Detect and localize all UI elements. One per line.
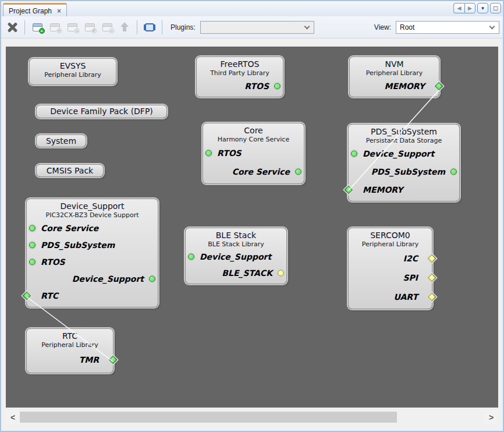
node-system[interactable]: System bbox=[36, 134, 86, 147]
import-component-icon: → bbox=[68, 23, 77, 31]
zoom-to-fit-icon bbox=[145, 23, 154, 31]
verify-component-icon: ✓ bbox=[85, 23, 95, 31]
node-rtc[interactable]: RTCPeripheral LibraryTMR bbox=[26, 328, 113, 373]
pin-row: UART bbox=[353, 290, 427, 304]
toolbar-separator bbox=[137, 20, 137, 34]
pin-pds-subsystem-circle-icon[interactable] bbox=[450, 168, 457, 175]
tab-title: Project Graph bbox=[9, 7, 52, 15]
node-subtitle: PIC32CX-BZ3 Device Support bbox=[31, 211, 153, 219]
node-ble-stack[interactable]: BLE StackBLE Stack LibraryDevice_Support… bbox=[185, 228, 287, 284]
export-component-button[interactable]: ← bbox=[100, 20, 115, 35]
pin-core-service-circle-icon[interactable] bbox=[29, 225, 36, 231]
pin-row: RTOS bbox=[31, 255, 153, 269]
pin-rtos-circle-icon[interactable] bbox=[274, 83, 281, 89]
node-pds-subsystem[interactable]: PDS_SubSystemPersistant Data StorageDevi… bbox=[348, 124, 460, 201]
node-nvm[interactable]: NVMPeripheral LibraryMEMORY bbox=[349, 56, 439, 97]
scrollbar-track[interactable] bbox=[20, 410, 484, 424]
plugins-label: Plugins: bbox=[171, 23, 196, 31]
toolbar-separator bbox=[24, 20, 25, 34]
move-up-icon bbox=[120, 22, 129, 32]
chevron-down-icon bbox=[489, 23, 495, 29]
node-title: FreeRTOS bbox=[201, 59, 278, 69]
pin-device-support-circle-icon[interactable] bbox=[149, 276, 155, 282]
view-dropdown[interactable]: Root bbox=[396, 21, 499, 34]
tab-project-graph[interactable]: Project Graph × bbox=[3, 3, 67, 16]
pin-core-service-circle-icon[interactable] bbox=[295, 169, 301, 175]
node-pins: RTOS bbox=[201, 77, 278, 94]
export-component-badge-icon: ← bbox=[109, 28, 115, 34]
node-pins: MEMORY bbox=[354, 77, 434, 94]
node-title: Device Family Pack (DFP) bbox=[50, 107, 153, 116]
pin-memory-diamond-icon[interactable] bbox=[345, 186, 353, 194]
scroll-right-button[interactable]: > bbox=[484, 410, 498, 424]
node-subtitle: Peripheral Library bbox=[354, 69, 434, 77]
import-component-button[interactable]: → bbox=[65, 20, 80, 35]
new-component-button[interactable]: + bbox=[30, 20, 45, 35]
maximize-window-button[interactable]: □ bbox=[490, 3, 501, 13]
node-title: Core bbox=[208, 126, 299, 136]
pin-label: MEMORY bbox=[363, 185, 403, 194]
export-component-icon: ← bbox=[102, 23, 112, 31]
pin-device-support-circle-icon[interactable] bbox=[188, 254, 194, 260]
pin-spi-diamond-icon[interactable] bbox=[428, 273, 436, 281]
remove-component-button[interactable]: − bbox=[47, 20, 62, 35]
chevron-down-icon bbox=[304, 23, 310, 29]
verify-component-button[interactable]: ✓ bbox=[82, 20, 97, 35]
node-subtitle: Persistant Data Storage bbox=[353, 137, 455, 145]
view-dropdown-value: Root bbox=[400, 23, 414, 31]
pin-label: Device_Support bbox=[72, 274, 144, 284]
remove-component-badge-icon: − bbox=[56, 28, 62, 34]
node-title: EVSYS bbox=[34, 61, 111, 71]
tab-close-icon[interactable]: × bbox=[57, 8, 61, 14]
pin-row: I2C bbox=[353, 252, 427, 265]
node-freertos[interactable]: FreeRTOSThird Party LibraryRTOS bbox=[196, 56, 283, 97]
scrollbar-thumb[interactable] bbox=[20, 412, 397, 423]
pin-row: RTC bbox=[31, 289, 153, 303]
node-core[interactable]: CoreHarmony Core ServiceRTOSCore Service bbox=[203, 123, 304, 184]
pin-memory-diamond-icon[interactable] bbox=[435, 82, 443, 90]
delete-component-icon bbox=[7, 22, 17, 33]
pin-label: RTOS bbox=[244, 82, 269, 91]
pin-label: I2C bbox=[403, 254, 418, 263]
node-device-support[interactable]: Device_SupportPIC32CX-BZ3 Device Support… bbox=[26, 199, 158, 307]
tab-list-dropdown-button[interactable]: ▼ bbox=[477, 3, 488, 13]
pin-device-support-circle-icon[interactable] bbox=[351, 151, 357, 157]
plugins-dropdown[interactable] bbox=[200, 21, 314, 34]
node-title: PDS_SubSystem bbox=[353, 127, 455, 137]
pin-tmr-diamond-icon[interactable] bbox=[109, 356, 117, 364]
node-device-family-pack[interactable]: Device Family Pack (DFP) bbox=[36, 105, 167, 118]
node-title: BLE Stack bbox=[190, 231, 282, 240]
pin-label: PDS_SubSystem bbox=[41, 240, 115, 250]
node-subtitle: BLE Stack Library bbox=[190, 240, 282, 249]
move-up-button[interactable] bbox=[117, 20, 132, 35]
node-sercom0[interactable]: SERCOM0Peripheral LibraryI2CSPIUART bbox=[348, 228, 432, 309]
pin-pds-subsystem-circle-icon[interactable] bbox=[29, 242, 36, 248]
pin-row: Device_Support bbox=[31, 272, 153, 286]
pin-rtc-diamond-icon[interactable] bbox=[23, 292, 31, 300]
pin-row: RTOS bbox=[208, 146, 299, 160]
node-evsys[interactable]: EVSYSPeripheral Library bbox=[29, 58, 116, 85]
pin-label: RTOS bbox=[217, 148, 242, 158]
node-title: RTC bbox=[31, 331, 108, 341]
pin-rtos-circle-icon[interactable] bbox=[205, 150, 212, 157]
pin-label: Device_Support bbox=[200, 252, 271, 261]
pin-rtos-circle-icon[interactable] bbox=[29, 259, 36, 265]
remove-component-icon: − bbox=[50, 23, 60, 31]
node-cmsis-pack[interactable]: CMSIS Pack bbox=[36, 164, 104, 177]
pin-ble-stack-circle-icon[interactable] bbox=[278, 270, 284, 277]
delete-component-button[interactable] bbox=[5, 20, 20, 35]
scroll-tabs-left-button[interactable]: ◀ bbox=[453, 3, 464, 13]
pin-uart-diamond-icon[interactable] bbox=[428, 292, 436, 300]
pin-label: TMR bbox=[79, 355, 99, 364]
horizontal-scrollbar[interactable]: < > bbox=[6, 410, 498, 424]
pin-i2c-diamond-icon[interactable] bbox=[428, 254, 436, 262]
zoom-to-fit-button[interactable] bbox=[142, 20, 157, 35]
scroll-tabs-right-button[interactable]: ▶ bbox=[464, 3, 475, 13]
node-title: SERCOM0 bbox=[353, 231, 427, 240]
project-graph-canvas[interactable]: EVSYSPeripheral LibraryDevice Family Pac… bbox=[6, 47, 498, 408]
pin-row: PDS_SubSystem bbox=[31, 238, 153, 252]
node-title: Device_Support bbox=[31, 201, 153, 211]
scroll-left-button[interactable]: < bbox=[6, 410, 20, 424]
pin-row: SPI bbox=[353, 271, 427, 285]
canvas-area: EVSYSPeripheral LibraryDevice Family Pac… bbox=[1, 38, 503, 431]
